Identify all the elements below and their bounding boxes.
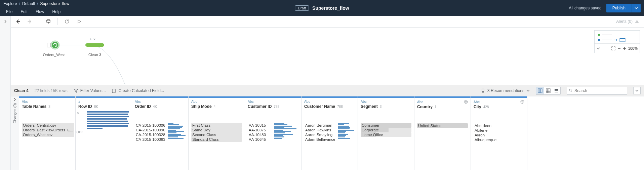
field-type-badge[interactable]: Abc <box>135 100 141 103</box>
field-value[interactable]: Aberdeen <box>474 123 524 128</box>
field-type-badge[interactable]: # <box>78 100 80 103</box>
field-type-badge[interactable]: Abc <box>417 100 423 104</box>
refresh-button[interactable] <box>63 17 71 26</box>
field-value[interactable]: Orders_Central.csv <box>22 123 74 128</box>
step-name[interactable]: Clean 4 <box>14 88 29 93</box>
breadcrumb-space[interactable]: Default <box>22 1 35 6</box>
view-list-button[interactable] <box>552 87 560 94</box>
field-value[interactable]: Orders_West.csv <box>22 132 74 137</box>
menu-file[interactable]: File <box>2 8 16 15</box>
field-name[interactable]: Order ID <box>135 104 151 109</box>
publish-button[interactable]: Publish <box>606 4 632 12</box>
grid-scroll-area[interactable]: AbcTable Names3Orders_Central.csvOrders_… <box>19 96 644 170</box>
field-type-badge[interactable]: Abc <box>248 100 254 103</box>
field-name[interactable]: Table Names <box>22 104 46 109</box>
view-grid-button[interactable] <box>544 87 552 94</box>
menu-edit[interactable]: Edit <box>16 8 32 15</box>
view-profile-button[interactable] <box>536 87 544 94</box>
breadcrumb-root[interactable]: Explore <box>3 1 17 6</box>
field-name[interactable]: Country <box>417 104 433 109</box>
field-type-badge[interactable]: Abc <box>22 100 28 103</box>
field-value[interactable]: AA-10315 <box>248 123 273 128</box>
field-value[interactable]: Corporate <box>361 128 411 132</box>
recommendations-dropdown[interactable]: 3 Recommendations <box>481 88 530 93</box>
histogram-bar[interactable] <box>87 118 127 120</box>
menu-help[interactable]: Help <box>48 8 65 15</box>
expand-changes[interactable] <box>13 98 16 101</box>
histogram-bar[interactable] <box>87 128 103 129</box>
expand-profile-button[interactable] <box>633 87 641 94</box>
field-value[interactable]: Home Office <box>361 132 411 137</box>
field-value[interactable]: Orders_East.xlsx/Orders_E... <box>22 128 74 132</box>
menu-flow[interactable]: Flow <box>32 8 48 15</box>
field-name[interactable]: Ship Mode <box>191 104 212 109</box>
profile-column[interactable]: #Row ID8K02,000 <box>76 96 132 170</box>
zoom-in-button[interactable] <box>623 47 626 50</box>
publish-dropdown[interactable] <box>632 4 641 12</box>
field-type-badge[interactable]: Abc <box>474 100 480 104</box>
field-value[interactable]: CA-2015-100006 <box>135 123 166 128</box>
flow-canvas[interactable]: Orders_West Clean 3 <box>11 28 644 85</box>
field-type-badge[interactable]: Abc <box>361 100 367 103</box>
field-value[interactable]: Standard Class <box>191 137 242 142</box>
field-value[interactable]: CA-2015-100363 <box>135 137 166 142</box>
profile-column[interactable]: AbcOrder ID4KCA-2015-100006CA-2015-10009… <box>132 96 189 170</box>
geo-role-icon[interactable] <box>520 100 524 104</box>
field-value[interactable]: CA-2015-100090 <box>135 128 166 132</box>
run-flow-button[interactable] <box>75 17 83 26</box>
field-value[interactable]: CA-2015-100328 <box>135 132 166 137</box>
profile-column[interactable]: AbcTable Names3Orders_Central.csvOrders_… <box>19 96 76 170</box>
profile-column[interactable]: AbcSegment3ConsumerCorporateHome Office <box>358 96 414 170</box>
search-input[interactable] <box>574 88 625 93</box>
search-box[interactable] <box>567 87 627 95</box>
field-value[interactable]: Albuquerque <box>474 137 524 142</box>
field-value[interactable]: AA-10480 <box>248 132 273 137</box>
alerts-indicator[interactable]: Alerts (0) <box>616 19 641 24</box>
histogram-bar[interactable] <box>87 114 128 115</box>
histogram-bar[interactable] <box>87 125 128 127</box>
profile-column[interactable]: AbcCity428AberdeenAbileneAkronAlbuquerqu… <box>471 96 527 170</box>
field-value[interactable]: Same Day <box>191 128 242 132</box>
field-value[interactable]: AA-10645 <box>248 137 273 142</box>
field-value[interactable]: Abilene <box>474 128 524 133</box>
field-name[interactable]: Row ID <box>78 104 92 109</box>
profile-column[interactable]: AbcCountry1United States <box>414 96 471 170</box>
filter-values-button[interactable]: Filter Values... <box>74 88 106 93</box>
field-value[interactable]: United States <box>417 123 468 128</box>
field-name[interactable]: Customer Name <box>304 104 335 109</box>
collapse-zoom-panel[interactable] <box>597 47 600 50</box>
field-value[interactable]: Aaron Smayling <box>304 132 336 137</box>
field-value[interactable]: Adam Bellavance <box>304 137 336 142</box>
flow-title[interactable]: Superstore_flow <box>312 5 349 11</box>
field-value[interactable]: Aaron Hawkins <box>304 128 336 132</box>
create-calc-button[interactable]: Create Calculated Field... <box>112 88 164 93</box>
profile-column[interactable]: AbcCustomer Name788Aaron BergmanAaron Ha… <box>301 96 358 170</box>
profile-column[interactable]: AbcCustomer ID788AA-10315AA-10375AA-1048… <box>245 96 301 170</box>
zoom-out-button[interactable] <box>617 47 621 50</box>
field-value[interactable]: Second Class <box>191 132 242 137</box>
histogram-bar[interactable] <box>87 111 129 113</box>
field-value[interactable]: Consumer <box>361 123 411 128</box>
field-name[interactable]: Segment <box>361 104 378 109</box>
histogram-bar[interactable] <box>87 123 129 124</box>
expand-left-rail[interactable] <box>2 18 8 25</box>
field-type-badge[interactable]: Abc <box>304 100 310 103</box>
field-value[interactable]: Aaron Bergman <box>304 123 336 128</box>
field-type-badge[interactable]: Abc <box>191 100 197 103</box>
field-histogram[interactable]: 02,000 <box>76 111 132 134</box>
node-label-clean[interactable]: Clean 3 <box>85 53 104 57</box>
field-value[interactable]: First Class <box>191 123 242 128</box>
field-name[interactable]: Customer ID <box>248 104 272 109</box>
mini-histogram-bar <box>168 126 183 127</box>
histogram-bar[interactable] <box>87 121 128 122</box>
field-value[interactable]: Akron <box>474 133 524 137</box>
fit-screen-button[interactable] <box>611 46 615 50</box>
geo-role-icon[interactable] <box>464 100 468 104</box>
field-name[interactable]: City <box>474 104 481 109</box>
node-label-input[interactable]: Orders_West <box>40 53 67 57</box>
field-value[interactable]: AA-10375 <box>248 128 273 132</box>
data-sample-button[interactable] <box>44 17 53 26</box>
histogram-bar[interactable] <box>87 116 129 117</box>
back-button[interactable] <box>13 17 22 26</box>
profile-column[interactable]: AbcShip Mode4First ClassSame DaySecond C… <box>189 96 245 170</box>
